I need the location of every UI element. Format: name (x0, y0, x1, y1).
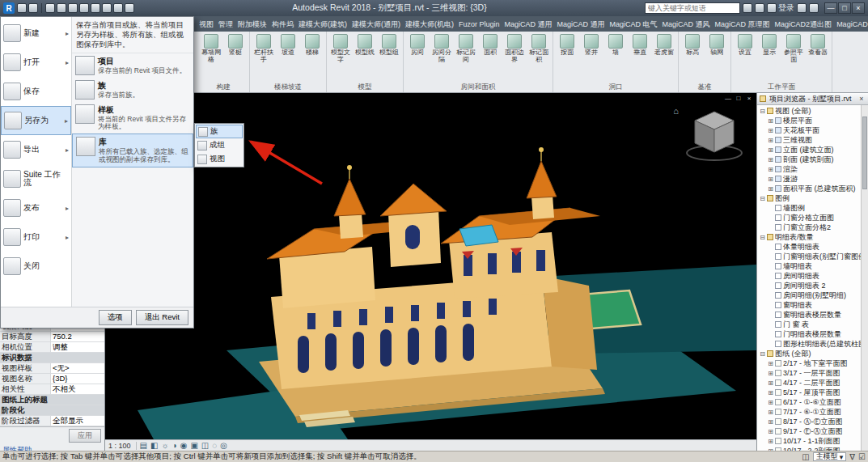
tag-icon[interactable] (91, 3, 100, 13)
file-menu-item[interactable]: 新建 ▸ (1, 19, 71, 48)
ribbon-button[interactable]: 按面 (555, 32, 579, 66)
file-menu-item[interactable]: 发布 ▸ (1, 193, 71, 223)
ribbon-button[interactable]: 面积 (478, 32, 502, 66)
tree-item[interactable]: 体量明细表 (757, 242, 861, 252)
ribbon-button[interactable]: 面积边界 (502, 32, 527, 66)
property-value[interactable] (50, 395, 104, 405)
ribbon-tab[interactable]: 建模大师(机电) (403, 18, 456, 32)
tree-item[interactable]: ⊟ 图例 (757, 193, 861, 203)
ribbon-tab[interactable]: Fuzor Plugin (456, 18, 502, 32)
filter-icon[interactable]: ∇ (849, 452, 855, 461)
tree-item[interactable]: 墙图例 (757, 203, 861, 213)
tree-item[interactable]: 门窗分格立面图 (757, 213, 861, 223)
file-menu-item[interactable]: Suite 工作流 (1, 164, 71, 193)
tree-expander-icon[interactable]: ⊞ (767, 360, 774, 367)
tree-expander-icon[interactable]: ⊞ (767, 156, 774, 163)
tree-item[interactable]: 房间明细表 2 (757, 281, 861, 290)
ribbon-button[interactable]: 楼梯 (300, 32, 324, 66)
tree-item[interactable]: ⊞ 4/17 - 二层平面图 (757, 378, 861, 388)
crop-view-icon[interactable]: ▣ (190, 441, 197, 451)
shadows-icon[interactable]: ◑ (172, 441, 177, 451)
tree-item[interactable]: 窗明细表楼层数量 (757, 310, 861, 320)
tree-expander-icon[interactable]: ⊟ (759, 108, 766, 115)
ribbon-tab[interactable]: 建模大师(建筑) (296, 18, 349, 32)
ribbon-tab[interactable]: MagiCAD 通用 (555, 18, 608, 32)
editable-only-checkbox[interactable]: ☑ (858, 452, 866, 461)
tree-item[interactable]: ⊞ 面积平面 (总建筑面积) (757, 184, 861, 193)
file-menu-item[interactable]: 关闭 (1, 252, 71, 281)
section-icon[interactable] (113, 3, 123, 13)
save-icon[interactable] (28, 3, 38, 13)
tree-expander-icon[interactable]: ⊞ (767, 370, 774, 377)
open-icon[interactable] (17, 3, 27, 13)
tree-item[interactable]: 房间明细(别墅明细) (757, 290, 861, 300)
tree-expander-icon[interactable]: ⊟ (759, 195, 766, 202)
ribbon-button[interactable]: 标高 (680, 32, 705, 66)
ribbon-tab[interactable]: 建模大师(通用) (349, 18, 403, 32)
ribbon-button[interactable]: 标记面积 (527, 32, 551, 66)
ribbon-button[interactable]: 垂直 (628, 32, 652, 66)
search-icon[interactable] (743, 3, 752, 13)
property-value[interactable]: {3D} (50, 374, 104, 384)
tree-expander-icon[interactable]: ⊞ (767, 185, 774, 193)
browser-scrollbar-thumb[interactable] (862, 117, 867, 189)
undo-icon[interactable] (45, 3, 55, 13)
library-submenu-item[interactable]: 成组 (196, 138, 243, 152)
ribbon-button[interactable]: 显示 (757, 32, 781, 66)
tree-expander-icon[interactable]: ⊞ (767, 127, 774, 134)
crop-region-icon[interactable]: ◫ (201, 441, 209, 451)
property-value[interactable]: 全部显示 (50, 416, 104, 426)
tree-item[interactable]: ⊞ 9/17 - Ⓔ-Ⓐ立面图 (757, 426, 861, 436)
tree-item[interactable]: 门明细表楼层数量 (757, 329, 861, 339)
file-menu-item[interactable]: 保存 (1, 77, 71, 106)
tree-expander-icon[interactable]: ⊞ (767, 166, 774, 173)
tree-item[interactable]: 房间明细表 (757, 271, 861, 281)
ribbon-button[interactable]: 坡道 (276, 32, 300, 66)
file-menu-item[interactable]: 打印 ▸ (1, 223, 71, 252)
ribbon-button[interactable]: 参照平面 (781, 32, 806, 66)
tree-item[interactable]: ⊟ 明细表/数量 (757, 232, 861, 242)
tree-item[interactable]: 墙明细表 (757, 261, 861, 271)
tree-item[interactable]: ⊞ 三维视图 (757, 135, 861, 145)
revit-app-icon[interactable]: R (3, 2, 15, 14)
properties-help-link[interactable]: 属性帮助 (0, 444, 104, 451)
ribbon-button[interactable]: 老虎窗 (652, 32, 676, 66)
sign-in-button[interactable]: 登录 (767, 2, 794, 14)
measure-icon[interactable] (79, 3, 89, 13)
tree-item[interactable]: ⊞ 天花板平面 (757, 125, 861, 135)
tree-expander-icon[interactable]: ⊞ (767, 438, 774, 445)
temporary-hide-icon[interactable]: ◌ (212, 441, 217, 451)
project-browser-close-button[interactable]: × (857, 95, 866, 103)
active-workset-select[interactable]: 主模型 ▾ (813, 452, 847, 461)
ribbon-tab[interactable]: MagiCAD 电气 (608, 18, 660, 32)
ribbon-tab[interactable]: MagiCAD 原理图 (713, 18, 773, 32)
ribbon-button[interactable]: 模型组 (377, 32, 401, 66)
ribbon-tab[interactable]: 视图 (197, 18, 216, 32)
3d-view-icon[interactable] (102, 3, 112, 13)
tree-item[interactable]: 门窗立面分格2 (757, 223, 861, 232)
property-value[interactable] (50, 405, 104, 415)
property-value[interactable] (50, 353, 104, 362)
tree-item[interactable]: ⊞ 2/17 - 地下室平面图 (757, 358, 861, 368)
ribbon-button[interactable]: 竖井 (579, 32, 603, 66)
property-value[interactable]: 750.2 (50, 332, 104, 341)
view-close-button[interactable]: × (745, 95, 753, 102)
ribbon-tab[interactable]: MagiCAD 通风 (660, 18, 713, 32)
property-value[interactable]: 调整 (50, 342, 104, 352)
ribbon-tab[interactable]: 构件坞 (269, 18, 296, 32)
tree-expander-icon[interactable]: ⊞ (767, 389, 774, 396)
ribbon-tab[interactable]: MagiCAD 通用 (502, 18, 555, 32)
file-menu-item[interactable]: 导出 ▸ (1, 135, 71, 164)
tree-expander-icon[interactable]: ⊞ (767, 176, 774, 183)
ribbon-button[interactable]: 栏杆扶手 (252, 32, 276, 66)
property-value[interactable]: 不相关 (50, 384, 104, 394)
tree-item[interactable]: ⊞ 剖面 (建筑剖面) (757, 155, 861, 164)
options-button[interactable]: 选项 (99, 310, 132, 325)
ribbon-button[interactable]: 模型线 (353, 32, 377, 66)
tree-item[interactable]: ⊞ 楼层平面 (757, 116, 861, 125)
tree-item[interactable]: 窗明细表 (757, 300, 861, 310)
browser-scrollbar[interactable] (861, 105, 868, 451)
tree-expander-icon[interactable]: ⊞ (767, 399, 774, 406)
view-minimize-button[interactable]: — (724, 95, 732, 102)
app-store-icon[interactable] (797, 3, 807, 13)
